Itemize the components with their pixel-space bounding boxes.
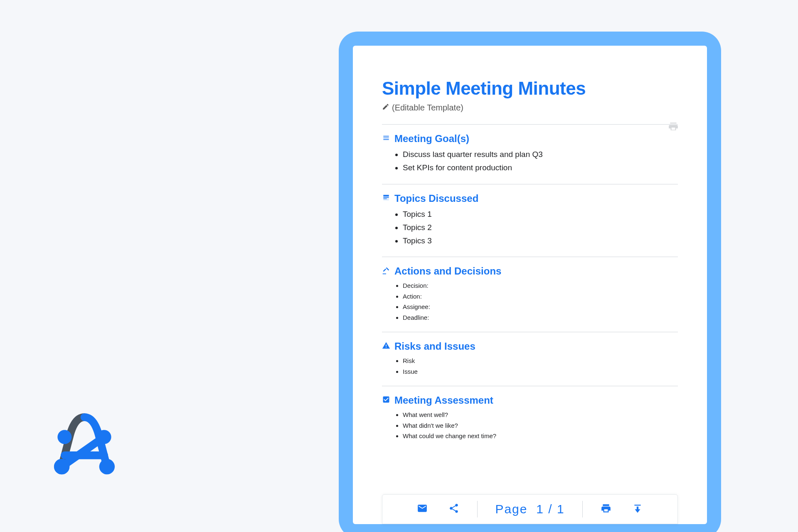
svg-point-4 [57, 430, 71, 444]
section-risks-heading: Risks and Issues [394, 341, 475, 352]
list-item: Action: [403, 291, 678, 302]
toolbar-separator [582, 501, 583, 517]
gavel-icon [382, 265, 390, 277]
document-toolbar: Page 1 / 1 [382, 494, 678, 524]
page-indicator: Page 1 / 1 [493, 502, 567, 516]
list-item: What could we change next time? [403, 431, 678, 441]
list-item: Deadline: [403, 312, 678, 323]
document-subtitle-text: (Editable Template) [392, 103, 463, 113]
section-goals-heading: Meeting Goal(s) [394, 133, 469, 145]
toolbar-separator [477, 501, 478, 517]
section-actions: Actions and Decisions Decision: Action: … [382, 257, 678, 332]
list-item: What went well? [403, 409, 678, 420]
section-topics: Topics Discussed Topics 1 Topics 2 Topic… [382, 184, 678, 257]
list-item: Topics 2 [403, 221, 678, 234]
document-title: Simple Meeting Minutes [382, 78, 678, 99]
list-icon [382, 133, 390, 145]
section-actions-heading: Actions and Decisions [394, 265, 501, 277]
section-assessment: Meeting Assessment What went well? What … [382, 386, 678, 451]
list-item: Set KPIs for content production [403, 161, 678, 174]
list-item: Topics 1 [403, 208, 678, 221]
page-sep: / [548, 502, 552, 516]
device-frame: Simple Meeting Minutes (Editable Templat… [339, 32, 721, 532]
list-item: Topics 3 [403, 234, 678, 248]
section-goals: Meeting Goal(s) Discuss last quarter res… [382, 125, 678, 184]
pencil-icon [382, 103, 389, 113]
download-icon [632, 503, 643, 515]
document-subtitle: (Editable Template) [382, 103, 678, 113]
list-item: Issue [403, 366, 678, 377]
page-current: 1 [536, 502, 544, 516]
page-total: 1 [557, 502, 565, 516]
print-icon [601, 503, 611, 515]
svg-point-3 [99, 459, 115, 474]
list-item: What didn't we like? [403, 420, 678, 431]
brand-logo [49, 412, 120, 482]
list-item: Discuss last quarter results and plan Q3 [403, 148, 678, 161]
checkbox-icon [382, 395, 390, 406]
page-label: Page [495, 502, 527, 516]
mail-icon [417, 503, 428, 515]
section-assessment-heading: Meeting Assessment [394, 395, 493, 406]
section-risks: Risks and Issues Risk Issue [382, 332, 678, 386]
print-button[interactable] [598, 501, 614, 517]
document-page: Simple Meeting Minutes (Editable Templat… [353, 46, 707, 524]
section-topics-heading: Topics Discussed [394, 193, 478, 204]
mail-button[interactable] [414, 501, 431, 517]
warning-icon [382, 341, 390, 352]
list-item: Risk [403, 355, 678, 366]
list-item: Assignee: [403, 302, 678, 312]
notes-icon [382, 193, 390, 204]
svg-point-5 [97, 430, 111, 444]
share-icon [448, 503, 459, 515]
print-preview-icon [668, 121, 679, 132]
share-button[interactable] [446, 501, 462, 517]
svg-point-6 [54, 459, 69, 474]
download-button[interactable] [629, 501, 646, 517]
list-item: Decision: [403, 280, 678, 291]
